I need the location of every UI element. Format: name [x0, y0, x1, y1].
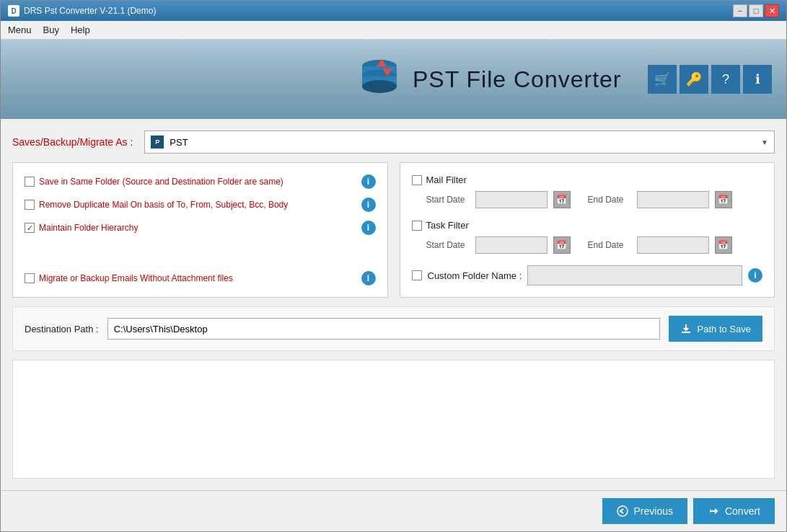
path-save-label: Path to Save	[698, 324, 751, 334]
custom-folder-input[interactable]	[527, 265, 742, 285]
previous-icon	[617, 505, 628, 517]
bottom-bar: Previous Convert	[1, 490, 786, 531]
checkbox-label-3: Maintain Folder Hierarchy	[39, 223, 138, 233]
checkbox-left-2: Remove Duplicate Mail On basis of To, Fr…	[25, 200, 288, 210]
task-filter-checkbox[interactable]	[412, 221, 422, 231]
svg-point-6	[362, 80, 397, 93]
title-bar: D DRS Pst Converter V-21.1 (Demo) − □ ✕	[1, 1, 786, 21]
save-icon	[680, 323, 692, 334]
task-filter-section: Task Filter Start Date 📅 End Date 📅	[412, 220, 763, 254]
format-select-wrapper: P PST	[144, 130, 775, 154]
cart-button[interactable]: 🛒	[648, 65, 677, 94]
task-filter-header: Task Filter	[412, 220, 763, 231]
custom-folder-info-btn[interactable]: i	[748, 268, 762, 283]
maximize-button[interactable]: □	[749, 4, 763, 17]
log-area	[12, 360, 775, 479]
custom-folder-row: Custom Folder Name : i	[412, 265, 763, 285]
menu-menu[interactable]: Menu	[8, 25, 32, 35]
options-panel: Save in Same Folder (Source and Destinat…	[12, 162, 388, 298]
info-btn-1[interactable]: i	[361, 174, 376, 189]
info-header-button[interactable]: ℹ	[743, 65, 772, 94]
task-start-input[interactable]	[475, 236, 548, 254]
destination-row: Destination Path : Path to Save	[12, 306, 775, 351]
mail-start-label: Start Date	[426, 195, 470, 205]
mail-start-input[interactable]	[475, 191, 548, 208]
checkbox-2[interactable]	[25, 200, 35, 210]
header-banner: PST File Converter 🛒 🔑 ? ℹ	[1, 40, 786, 119]
checkbox-3[interactable]	[25, 223, 35, 233]
mail-filter-header: Mail Filter	[412, 174, 763, 185]
option-row-1: Save in Same Folder (Source and Destinat…	[25, 174, 376, 189]
app-icon: D	[8, 5, 19, 17]
checkbox-label-4: Migrate or Backup Emails Without Attachm…	[39, 273, 233, 283]
option-row-3: Maintain Folder Hierarchy i	[25, 221, 376, 235]
checkbox-1[interactable]	[25, 177, 35, 187]
destination-input[interactable]	[107, 318, 660, 340]
path-save-button[interactable]: Path to Save	[669, 316, 762, 342]
format-row: Saves/Backup/Migrate As : P PST	[12, 130, 775, 154]
task-end-cal-btn[interactable]: 📅	[715, 236, 732, 254]
option-row-4: Migrate or Backup Emails Without Attachm…	[25, 271, 376, 285]
mail-end-label: End Date	[588, 195, 631, 205]
mail-filter-checkbox[interactable]	[412, 175, 422, 185]
help-button[interactable]: ?	[711, 65, 740, 94]
mail-end-cal-btn[interactable]: 📅	[715, 191, 732, 208]
header-buttons: 🛒 🔑 ? ℹ	[648, 65, 772, 94]
mail-end-input[interactable]	[637, 191, 709, 208]
format-selected: PST	[170, 137, 188, 148]
svg-point-8	[617, 506, 628, 516]
svg-rect-7	[682, 332, 690, 333]
main-window: D DRS Pst Converter V-21.1 (Demo) − □ ✕ …	[0, 0, 787, 532]
pst-icon: P	[151, 136, 164, 148]
destination-label: Destination Path :	[25, 324, 99, 334]
previous-button[interactable]: Previous	[602, 498, 687, 524]
checkbox-label-2: Remove Duplicate Mail On basis of To, Fr…	[39, 200, 288, 210]
custom-folder-checkbox[interactable]	[412, 270, 422, 280]
key-button[interactable]: 🔑	[680, 65, 708, 94]
checkbox-4[interactable]	[25, 273, 35, 283]
checkbox-left-1: Save in Same Folder (Source and Destinat…	[25, 177, 283, 187]
db-icon	[358, 58, 401, 101]
checkbox-label-1: Save in Same Folder (Source and Destinat…	[39, 177, 283, 187]
close-button[interactable]: ✕	[765, 4, 779, 17]
task-filter-title: Task Filter	[426, 220, 469, 231]
mail-filter-dates: Start Date 📅 End Date 📅	[412, 191, 763, 208]
menu-help[interactable]: Help	[71, 25, 90, 35]
previous-label: Previous	[634, 505, 673, 517]
minimize-button[interactable]: −	[733, 4, 747, 17]
info-btn-2[interactable]: i	[361, 198, 376, 212]
convert-button[interactable]: Convert	[693, 498, 775, 524]
app-title: PST File Converter	[413, 66, 622, 93]
info-btn-4[interactable]: i	[361, 271, 376, 285]
filter-panel: Mail Filter Start Date 📅 End Date 📅	[400, 162, 775, 298]
info-btn-3[interactable]: i	[361, 221, 376, 235]
format-select[interactable]: P PST	[144, 130, 775, 154]
option-row-2: Remove Duplicate Mail On basis of To, Fr…	[25, 198, 376, 212]
format-label: Saves/Backup/Migrate As :	[12, 136, 133, 148]
convert-icon	[708, 505, 719, 517]
mail-start-cal-btn[interactable]: 📅	[553, 191, 571, 208]
title-bar-left: D DRS Pst Converter V-21.1 (Demo)	[8, 5, 156, 17]
main-content: Saves/Backup/Migrate As : P PST Save in …	[1, 119, 786, 490]
title-bar-controls: − □ ✕	[733, 4, 779, 17]
mail-filter-section: Mail Filter Start Date 📅 End Date 📅	[412, 174, 763, 208]
checkbox-left-3: Maintain Folder Hierarchy	[25, 223, 138, 233]
menu-bar: Menu Buy Help	[1, 21, 786, 40]
checkbox-left-4: Migrate or Backup Emails Without Attachm…	[25, 273, 233, 283]
mail-filter-title: Mail Filter	[426, 174, 467, 185]
window-title: DRS Pst Converter V-21.1 (Demo)	[24, 6, 156, 16]
menu-buy[interactable]: Buy	[43, 25, 59, 35]
custom-folder-label: Custom Folder Name :	[428, 270, 522, 281]
task-start-cal-btn[interactable]: 📅	[553, 236, 571, 254]
convert-label: Convert	[725, 505, 760, 517]
options-filter-row: Save in Same Folder (Source and Destinat…	[12, 162, 775, 298]
task-end-label: End Date	[588, 240, 631, 250]
task-start-label: Start Date	[426, 240, 470, 250]
task-end-input[interactable]	[637, 236, 709, 254]
task-filter-dates: Start Date 📅 End Date 📅	[412, 236, 763, 254]
header-title: PST File Converter	[332, 58, 648, 101]
